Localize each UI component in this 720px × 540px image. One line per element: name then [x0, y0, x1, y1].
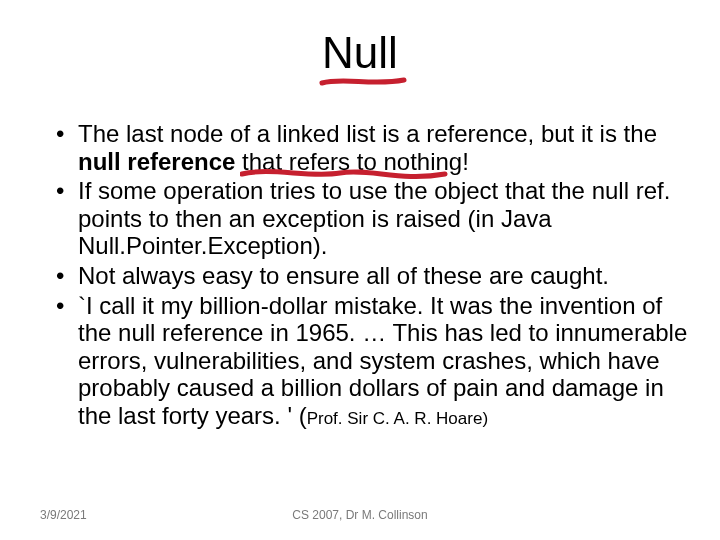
footer-course: CS 2007, Dr M. Collinson: [0, 508, 720, 522]
bullet-text: The last node of a linked list is a refe…: [78, 120, 657, 147]
slide-title: Null: [0, 28, 720, 78]
slide: Null The last node of a linked list is a…: [0, 0, 720, 540]
bullet-list: The last node of a linked list is a refe…: [50, 120, 690, 430]
bullet-text: If some operation tries to use the objec…: [78, 177, 670, 259]
bullet-item: The last node of a linked list is a refe…: [50, 120, 690, 175]
bullet-item: If some operation tries to use the objec…: [50, 177, 690, 260]
bullet-bold: null reference: [78, 148, 242, 175]
bullet-text: Not always easy to ensure all of these a…: [78, 262, 609, 289]
bullet-attribution: Prof. Sir C. A. R. Hoare): [307, 409, 488, 428]
bullet-text: that refers to nothing!: [242, 148, 469, 175]
bullet-item: Not always easy to ensure all of these a…: [50, 262, 690, 290]
slide-body: The last node of a linked list is a refe…: [50, 120, 690, 432]
bullet-item: `I call it my billion-dollar mistake. It…: [50, 292, 690, 430]
